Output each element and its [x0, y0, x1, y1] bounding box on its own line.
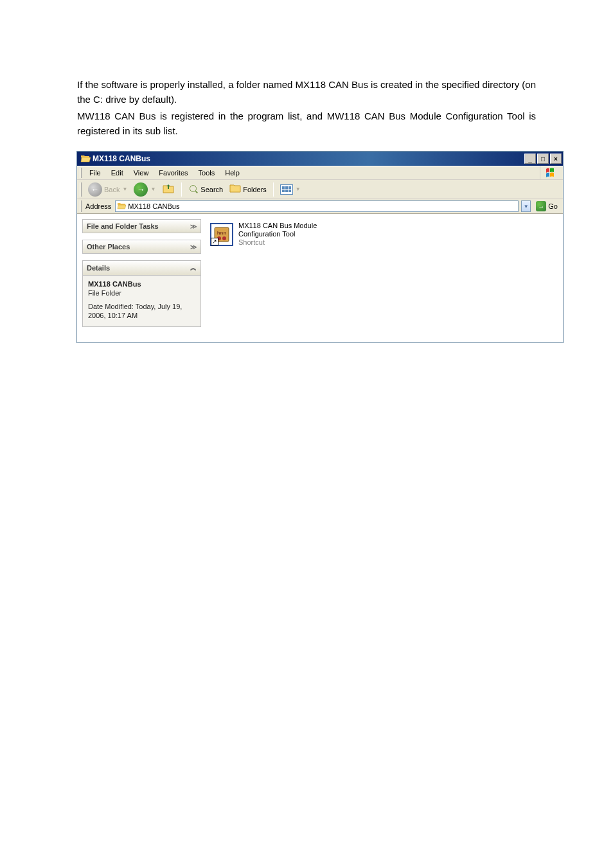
- file-list: hnn ↗ MX118 CAN Bus Module Configuration…: [210, 219, 317, 337]
- item-line2: Configuration Tool: [238, 230, 317, 238]
- file-folder-tasks-label: File and Folder Tasks: [87, 222, 159, 230]
- search-button[interactable]: Search: [186, 183, 226, 196]
- file-folder-tasks-header[interactable]: File and Folder Tasks ≫: [82, 219, 201, 233]
- toolbar: ← Back ▼ → ▼ Search Folders ▼: [77, 180, 563, 199]
- details-header[interactable]: Details ︽: [82, 260, 201, 276]
- up-button[interactable]: [159, 181, 177, 199]
- folder-open-icon: [117, 202, 126, 211]
- content-area: File and Folder Tasks ≫ Other Places ≫ D…: [77, 214, 563, 342]
- address-value: MX118 CANBus: [128, 202, 179, 210]
- menu-view[interactable]: View: [129, 168, 154, 178]
- addressbar-grip[interactable]: [80, 200, 82, 212]
- titlebar[interactable]: MX118 CANBus _ □ ×: [77, 152, 563, 166]
- window-title: MX118 CANBus: [93, 154, 524, 163]
- svg-point-3: [222, 236, 226, 240]
- views-button[interactable]: ▼: [278, 183, 303, 196]
- shortcut-icon: hnn ↗: [210, 223, 233, 246]
- forward-button[interactable]: → ▼: [131, 181, 158, 198]
- other-places-header[interactable]: Other Places ≫: [82, 240, 201, 254]
- back-icon: ←: [88, 182, 102, 197]
- item-line3: Shortcut: [238, 238, 317, 247]
- explorer-window: MX118 CANBus _ □ × File Edit View Favori…: [76, 151, 564, 343]
- go-arrow-icon: →: [536, 201, 546, 211]
- back-label: Back: [104, 186, 120, 193]
- addressbar: Address MX118 CANBus ▼ → Go: [77, 199, 563, 214]
- up-folder-icon: [162, 182, 175, 197]
- toolbar-grip[interactable]: [80, 182, 82, 197]
- chevron-down-icon: ▼: [150, 186, 155, 192]
- folders-icon: [229, 183, 241, 195]
- minimize-button[interactable]: _: [524, 154, 536, 164]
- doc-paragraph-1: If the software is properly installed, a…: [77, 77, 536, 107]
- go-label: Go: [548, 202, 558, 210]
- back-button[interactable]: ← Back ▼: [85, 181, 130, 198]
- address-input[interactable]: MX118 CANBus: [115, 200, 519, 212]
- details-modified: Date Modified: Today, July 19, 2006, 10:…: [88, 302, 195, 321]
- folders-button[interactable]: Folders: [227, 182, 269, 197]
- close-button[interactable]: ×: [550, 154, 562, 164]
- menu-file[interactable]: File: [84, 168, 106, 178]
- other-places-label: Other Places: [87, 243, 130, 251]
- item-line1: MX118 CAN Bus Module: [238, 222, 317, 230]
- document-text: If the software is properly installed, a…: [77, 77, 536, 138]
- details-title: MX118 CANBus: [88, 279, 195, 288]
- menu-tools[interactable]: Tools: [193, 168, 220, 178]
- details-body: MX118 CANBus File Folder Date Modified: …: [82, 276, 201, 327]
- toolbar-separator: [181, 182, 182, 197]
- menubar-grip[interactable]: [80, 168, 82, 178]
- list-item[interactable]: hnn ↗ MX118 CAN Bus Module Configuration…: [210, 219, 317, 247]
- menu-help[interactable]: Help: [220, 168, 245, 178]
- details-type: File Folder: [88, 288, 195, 297]
- window-controls: _ □ ×: [524, 154, 562, 164]
- details-label: Details: [87, 264, 110, 272]
- svg-text:hnn: hnn: [217, 230, 227, 236]
- shortcut-arrow-icon: ↗: [211, 238, 218, 245]
- item-labels: MX118 CAN Bus Module Configuration Tool …: [238, 222, 317, 247]
- toolbar-separator: [273, 182, 274, 197]
- search-icon: [188, 184, 199, 195]
- menu-edit[interactable]: Edit: [106, 168, 129, 178]
- chevron-down-icon: ▼: [122, 186, 127, 192]
- address-label: Address: [85, 202, 112, 210]
- menubar: File Edit View Favorites Tools Help: [77, 166, 563, 180]
- menu-favorites[interactable]: Favorites: [154, 168, 193, 178]
- chevron-double-down-icon: ≫: [190, 223, 197, 230]
- folder-open-icon: [80, 154, 91, 164]
- chevron-down-icon: ▼: [296, 186, 301, 192]
- chevron-double-up-icon: ︽: [190, 263, 197, 272]
- doc-paragraph-2: MW118 CAN Bus is registered in the progr…: [77, 109, 536, 139]
- maximize-button[interactable]: □: [537, 154, 549, 164]
- views-icon: [280, 184, 293, 195]
- go-button[interactable]: → Go: [533, 201, 560, 211]
- address-dropdown-button[interactable]: ▼: [521, 200, 531, 212]
- windows-flag-icon: [540, 166, 563, 180]
- tasks-pane: File and Folder Tasks ≫ Other Places ≫ D…: [82, 219, 201, 337]
- chevron-double-down-icon: ≫: [190, 244, 197, 251]
- search-label: Search: [200, 186, 223, 193]
- folders-label: Folders: [243, 186, 267, 193]
- forward-icon: →: [134, 182, 148, 197]
